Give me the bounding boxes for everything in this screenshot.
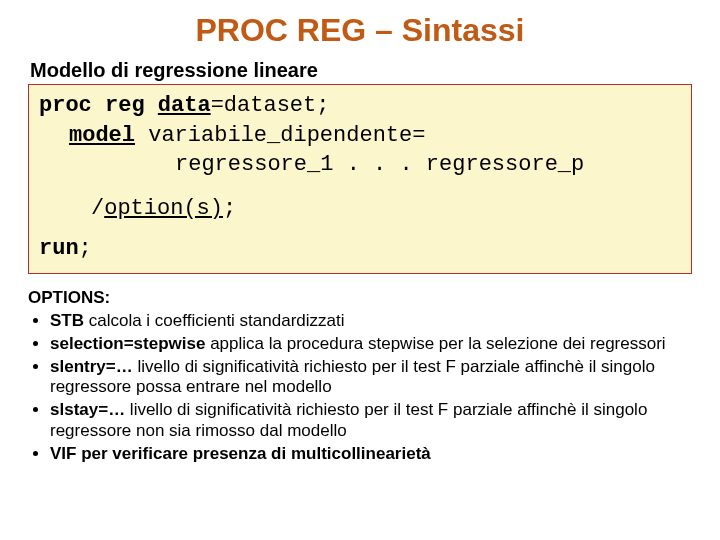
code-data-rest: =dataset;	[211, 93, 330, 118]
options-header: OPTIONS:	[28, 288, 692, 309]
slide-title: PROC REG – Sintassi	[28, 12, 692, 49]
kw-run: run	[39, 236, 79, 261]
option-bold: slentry=…	[50, 357, 133, 376]
option-text: calcola i coefficienti standardizzati	[84, 311, 345, 330]
option-bold: selection=stepwise	[50, 334, 205, 353]
option-bold: STB	[50, 311, 84, 330]
code-slash: /	[91, 196, 104, 221]
code-line-proc: proc reg data=dataset;	[39, 91, 681, 121]
code-line-model: model variabile_dipendente=	[39, 121, 681, 151]
code-run-semi: ;	[79, 236, 92, 261]
option-item: slentry=… livello di significatività ric…	[50, 357, 692, 398]
kw-model: model	[69, 123, 135, 148]
option-bold: VIF per verificare presenza di multicoll…	[50, 444, 431, 463]
option-item: STB calcola i coefficienti standardizzat…	[50, 311, 692, 332]
kw-proc-reg: proc reg	[39, 93, 145, 118]
kw-data: data	[158, 93, 211, 118]
code-block: proc reg data=dataset; model variabile_d…	[28, 84, 692, 274]
code-line-options: /option(s);	[39, 194, 681, 224]
code-line-regressors: regressore_1 . . . regressore_p	[39, 150, 681, 180]
options-list: STB calcola i coefficienti standardizzat…	[28, 311, 692, 464]
slide-subtitle: Modello di regressione lineare	[30, 59, 692, 82]
code-option: option(s)	[104, 196, 223, 221]
slide: PROC REG – Sintassi Modello di regressio…	[0, 0, 720, 540]
code-model-rest: variabile_dipendente=	[135, 123, 425, 148]
option-text: livello di significatività richiesto per…	[50, 357, 655, 397]
option-item: selection=stepwise applica la procedura …	[50, 334, 692, 355]
options-section: OPTIONS: STB calcola i coefficienti stan…	[28, 288, 692, 464]
option-bold: slstay=…	[50, 400, 125, 419]
option-item: slstay=… livello di significatività rich…	[50, 400, 692, 441]
option-text: applica la procedura stepwise per la sel…	[205, 334, 665, 353]
option-text: livello di significatività richiesto per…	[50, 400, 647, 440]
option-item: VIF per verificare presenza di multicoll…	[50, 444, 692, 465]
code-line-run: run;	[39, 234, 681, 264]
code-option-semi: ;	[223, 196, 236, 221]
